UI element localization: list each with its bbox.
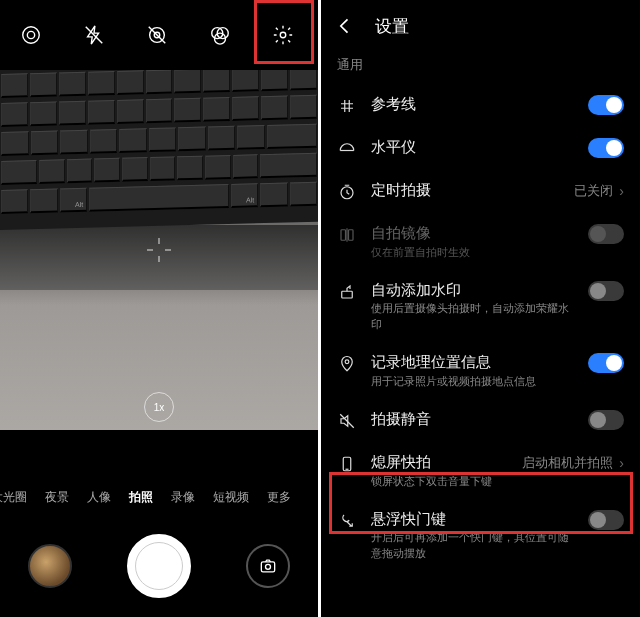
zoom-button[interactable]: 1x	[144, 392, 174, 422]
camera-mode-3[interactable]: 拍照	[120, 489, 162, 506]
camera-modes-strip[interactable]: 大光圈夜景人像拍照录像短视频更多	[0, 480, 318, 514]
toggle-grid[interactable]	[588, 95, 624, 115]
setting-row-quickshot[interactable]: 熄屏快拍锁屏状态下双击音量下键启动相机并拍照›	[321, 442, 640, 499]
floatshutter-icon	[337, 510, 357, 532]
toggle-watermark[interactable]	[588, 281, 624, 301]
setting-label: 水平仪	[371, 137, 574, 157]
filter-icon[interactable]	[196, 11, 244, 59]
moving-picture-off-icon[interactable]	[133, 11, 181, 59]
toggle-mirror	[588, 224, 624, 244]
shutter-button[interactable]	[127, 534, 191, 598]
setting-sublabel: 开启后可再添加一个快门键，其位置可随意拖动摆放	[371, 530, 574, 561]
viewfinder-keyboard: AltAlt	[0, 70, 318, 230]
camera-mode-4[interactable]: 录像	[162, 489, 204, 506]
svg-point-1	[28, 31, 35, 38]
timer-icon	[337, 181, 357, 203]
setting-sublabel: 使用后置摄像头拍摄时，自动添加荣耀水印	[371, 301, 574, 332]
setting-row-timer[interactable]: 定时拍摄已关闭›	[321, 170, 640, 213]
camera-mode-2[interactable]: 人像	[78, 489, 120, 506]
svg-rect-17	[342, 291, 353, 298]
camera-screen: AltAlt 1x 大光圈夜景人像拍照录像短视频更多	[0, 0, 318, 617]
mute-icon	[337, 410, 357, 432]
chevron-right-icon: ›	[619, 455, 624, 471]
setting-row-level[interactable]: 水平仪	[321, 127, 640, 170]
setting-row-floatshutter[interactable]: 悬浮快门键开启后可再添加一个快门键，其位置可随意拖动摆放	[321, 499, 640, 571]
toggle-mute[interactable]	[588, 410, 624, 430]
camera-bottom-controls	[0, 516, 318, 616]
svg-point-9	[280, 32, 286, 38]
svg-line-5	[149, 27, 166, 44]
setting-row-grid[interactable]: 参考线	[321, 84, 640, 127]
viewfinder[interactable]: AltAlt 1x	[0, 70, 318, 430]
setting-label: 定时拍摄	[371, 180, 560, 200]
setting-row-mirror: 自拍镜像仅在前置自拍时生效	[321, 213, 640, 270]
settings-list: 参考线水平仪定时拍摄已关闭›自拍镜像仅在前置自拍时生效自动添加水印使用后置摄像头…	[321, 84, 640, 571]
settings-screen: 设置 通用 参考线水平仪定时拍摄已关闭›自拍镜像仅在前置自拍时生效自动添加水印使…	[321, 0, 640, 617]
focus-crosshair	[147, 238, 171, 262]
camera-top-toolbar	[0, 0, 318, 70]
svg-point-11	[266, 564, 271, 569]
setting-label: 参考线	[371, 94, 574, 114]
flash-off-icon[interactable]	[70, 11, 118, 59]
svg-rect-10	[262, 562, 275, 572]
camera-mode-6[interactable]: 更多	[258, 489, 300, 506]
setting-label: 熄屏快拍	[371, 452, 508, 472]
setting-row-location[interactable]: 记录地理位置信息用于记录照片或视频拍摄地点信息	[321, 342, 640, 399]
setting-sublabel: 锁屏状态下双击音量下键	[371, 474, 508, 489]
setting-value: 已关闭	[574, 182, 613, 200]
setting-label: 悬浮快门键	[371, 509, 574, 529]
setting-row-mute[interactable]: 拍摄静音	[321, 399, 640, 442]
svg-rect-15	[349, 230, 354, 241]
gallery-thumbnail[interactable]	[28, 544, 72, 588]
camera-mode-5[interactable]: 短视频	[204, 489, 258, 506]
setting-sublabel: 用于记录照片或视频拍摄地点信息	[371, 374, 574, 389]
mirror-icon	[337, 224, 357, 246]
settings-section-label: 通用	[321, 52, 640, 84]
setting-label: 拍摄静音	[371, 409, 574, 429]
level-icon	[337, 138, 357, 160]
settings-header: 设置	[321, 0, 640, 52]
svg-point-0	[23, 27, 40, 44]
camera-mode-0[interactable]: 大光圈	[0, 489, 36, 506]
watermark-icon	[337, 281, 357, 303]
camera-mode-1[interactable]: 夜景	[36, 489, 78, 506]
setting-row-watermark[interactable]: 自动添加水印使用后置摄像头拍摄时，自动添加荣耀水印	[321, 270, 640, 342]
setting-sublabel: 仅在前置自拍时生效	[371, 245, 574, 260]
setting-value: 启动相机并拍照	[522, 454, 613, 472]
toggle-floatshutter[interactable]	[588, 510, 624, 530]
chevron-right-icon: ›	[619, 183, 624, 199]
setting-label: 自拍镜像	[371, 223, 574, 243]
setting-label: 自动添加水印	[371, 280, 574, 300]
settings-gear-icon[interactable]	[259, 11, 307, 59]
ai-mode-icon[interactable]	[7, 11, 55, 59]
toggle-location[interactable]	[588, 353, 624, 373]
toggle-level[interactable]	[588, 138, 624, 158]
back-arrow-icon[interactable]	[335, 16, 355, 36]
settings-title: 设置	[375, 15, 409, 38]
grid-icon	[337, 95, 357, 117]
switch-camera-button[interactable]	[246, 544, 290, 588]
quickshot-icon	[337, 453, 357, 475]
svg-point-18	[345, 360, 349, 364]
svg-rect-14	[341, 230, 346, 241]
location-icon	[337, 353, 357, 375]
setting-label: 记录地理位置信息	[371, 352, 574, 372]
